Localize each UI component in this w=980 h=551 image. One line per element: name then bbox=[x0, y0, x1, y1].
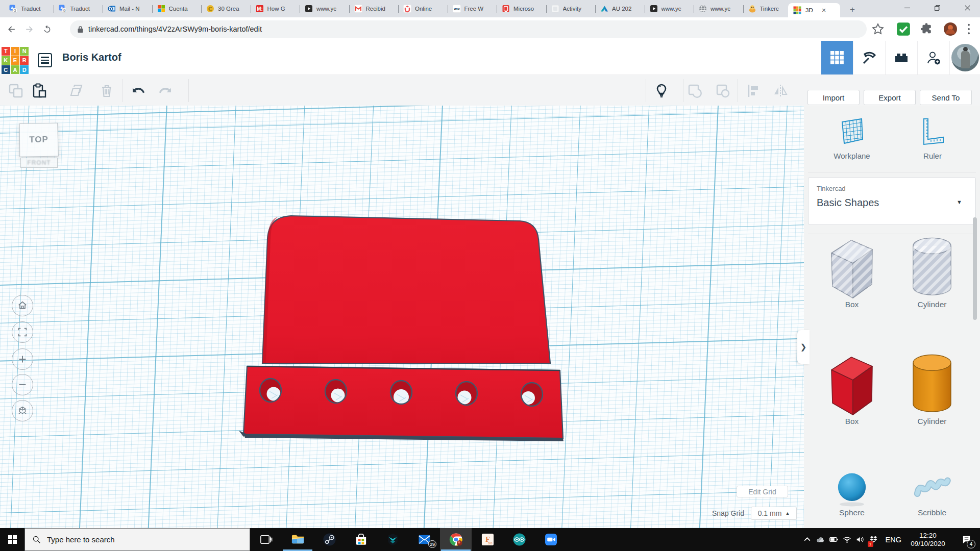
taskbar-search[interactable]: Type here to search bbox=[24, 528, 250, 551]
new-tab-button[interactable]: + bbox=[846, 4, 859, 16]
perspective-toggle-button[interactable] bbox=[12, 400, 33, 421]
taskbar-app[interactable] bbox=[440, 528, 472, 551]
language-indicator[interactable]: ENG bbox=[886, 536, 901, 544]
browser-profile-avatar[interactable] bbox=[943, 22, 958, 36]
browser-tab[interactable]: Mail - N bbox=[103, 0, 152, 17]
browser-tab[interactable]: Online bbox=[398, 0, 448, 17]
taskbar-app[interactable] bbox=[250, 528, 282, 551]
browser-tab[interactable]: M: How G bbox=[251, 0, 300, 17]
clock[interactable]: 12:20 09/10/2020 bbox=[908, 532, 948, 548]
window-restore-button[interactable] bbox=[925, 0, 949, 15]
taskbar-app[interactable] bbox=[503, 528, 535, 551]
view-cube[interactable]: TOP FRONT bbox=[15, 119, 64, 172]
brick-mode-button[interactable] bbox=[885, 41, 917, 74]
design-properties-button[interactable] bbox=[38, 53, 52, 67]
taskbar-app[interactable]: F360 bbox=[472, 528, 503, 551]
browser-tab[interactable]: www.yc bbox=[645, 0, 694, 17]
home-view-button[interactable] bbox=[12, 295, 33, 316]
shape-item[interactable]: Sphere bbox=[816, 468, 888, 517]
delete-icon[interactable] bbox=[98, 82, 115, 99]
start-button[interactable] bbox=[0, 528, 24, 551]
fit-view-button[interactable] bbox=[12, 321, 33, 343]
volume-icon[interactable] bbox=[854, 528, 867, 551]
blocks-view-button[interactable] bbox=[821, 41, 853, 74]
panel-scrollbar[interactable] bbox=[973, 217, 977, 320]
browser-menu-icon[interactable] bbox=[962, 22, 976, 36]
view-cube-front-face[interactable]: FRONT bbox=[27, 159, 51, 166]
red-model-shape[interactable] bbox=[0, 106, 804, 528]
edit-grid-button[interactable]: Edit Grid bbox=[737, 486, 788, 497]
browser-tab[interactable]: WIX Free W bbox=[448, 0, 497, 17]
browser-tab-active[interactable]: 3D ✕ bbox=[788, 3, 840, 17]
align-icon[interactable] bbox=[745, 82, 762, 99]
lightbulb-icon[interactable] bbox=[653, 82, 670, 99]
panel-collapse-chevron[interactable]: ❯ bbox=[797, 330, 810, 364]
window-minimize-button[interactable] bbox=[895, 0, 919, 15]
back-button[interactable] bbox=[5, 22, 18, 36]
view-cube-top-face[interactable]: TOP bbox=[29, 135, 48, 145]
tab-title: www.yc bbox=[710, 6, 739, 12]
workplane-tool[interactable]: Workplane bbox=[821, 117, 883, 160]
ungroup-icon[interactable] bbox=[714, 82, 731, 99]
tab-favicon-icon: C bbox=[206, 5, 214, 13]
taskbar-app[interactable]: 29 bbox=[408, 528, 440, 551]
bookmark-star-icon[interactable] bbox=[871, 22, 885, 36]
tab-favicon-icon: AG bbox=[59, 5, 67, 13]
shape-item[interactable]: Cylinder bbox=[896, 352, 968, 426]
zoom-in-button[interactable] bbox=[12, 348, 33, 370]
wifi-icon[interactable] bbox=[841, 528, 854, 551]
notification-center-icon[interactable]: 4 bbox=[955, 528, 977, 551]
browser-tab[interactable]: Activity bbox=[546, 0, 596, 17]
browser-tab[interactable]: AU 202 bbox=[595, 0, 645, 17]
shape-item[interactable]: Box bbox=[816, 352, 888, 426]
shape-item[interactable]: Cylinder bbox=[896, 235, 968, 309]
browser-tab[interactable]: www.yc bbox=[300, 0, 349, 17]
browser-tab[interactable]: C 30 Grea bbox=[201, 0, 251, 17]
copy-icon[interactable] bbox=[7, 82, 24, 99]
browser-tab[interactable]: www.yc bbox=[694, 0, 743, 17]
extension-check-icon[interactable] bbox=[896, 22, 911, 36]
tab-close-icon[interactable]: ✕ bbox=[820, 6, 828, 14]
shape-item[interactable]: Scribble bbox=[896, 468, 968, 517]
invite-person-button[interactable] bbox=[917, 41, 949, 74]
export-button[interactable]: Export bbox=[864, 90, 916, 105]
zoom-out-button[interactable] bbox=[12, 374, 33, 395]
taskbar-app[interactable] bbox=[345, 528, 377, 551]
browser-tab[interactable]: Cuenta bbox=[152, 0, 202, 17]
forward-button[interactable] bbox=[22, 22, 36, 36]
browser-tab[interactable]: Recibid bbox=[349, 0, 399, 17]
browser-tab[interactable]: AG Traduct bbox=[4, 0, 54, 17]
reload-button[interactable] bbox=[40, 22, 54, 36]
taskbar-app[interactable] bbox=[377, 528, 408, 551]
battery-icon[interactable] bbox=[827, 528, 841, 551]
window-close-button[interactable] bbox=[955, 0, 979, 15]
tinkercad-logo[interactable]: TIN KER CAD bbox=[2, 47, 29, 74]
tray-chevron-icon[interactable] bbox=[801, 528, 814, 551]
mirror-icon[interactable] bbox=[772, 82, 789, 99]
onedrive-icon[interactable] bbox=[814, 528, 827, 551]
import-button[interactable]: Import bbox=[807, 90, 860, 105]
shape-library-dropdown[interactable]: Tinkercad Basic Shapes ▼ bbox=[808, 177, 976, 225]
address-bar[interactable]: tinkercad.com/things/4V2zArSWy9m-boris-k… bbox=[70, 20, 867, 38]
group-icon[interactable] bbox=[686, 82, 703, 99]
taskbar-app[interactable] bbox=[535, 528, 567, 551]
3d-viewport[interactable]: TOP FRONT Edit Grid Snap Grid 0.1 mm▲ bbox=[0, 106, 804, 528]
paste-icon[interactable] bbox=[31, 82, 48, 99]
browser-tab[interactable]: Tinkerc bbox=[743, 0, 793, 17]
browser-tab[interactable]: AG Traduct bbox=[54, 0, 103, 17]
redo-icon[interactable] bbox=[156, 82, 174, 99]
taskbar-app[interactable] bbox=[313, 528, 345, 551]
extensions-puzzle-icon[interactable] bbox=[919, 22, 934, 36]
ruler-tool[interactable]: Ruler bbox=[902, 117, 963, 160]
minecraft-mode-button[interactable] bbox=[853, 41, 885, 74]
snap-grid-dropdown[interactable]: 0.1 mm▲ bbox=[751, 507, 797, 520]
dropbox-icon[interactable]: 1 bbox=[867, 528, 880, 551]
browser-tab[interactable]: Microso bbox=[497, 0, 546, 17]
user-avatar[interactable] bbox=[949, 41, 980, 74]
taskbar-app[interactable] bbox=[282, 528, 313, 551]
shape-item[interactable]: Box bbox=[816, 235, 888, 309]
duplicate-icon[interactable] bbox=[68, 82, 85, 99]
undo-icon[interactable] bbox=[130, 82, 148, 99]
tab-favicon-icon bbox=[354, 5, 362, 13]
send-to-button[interactable]: Send To bbox=[920, 90, 972, 105]
